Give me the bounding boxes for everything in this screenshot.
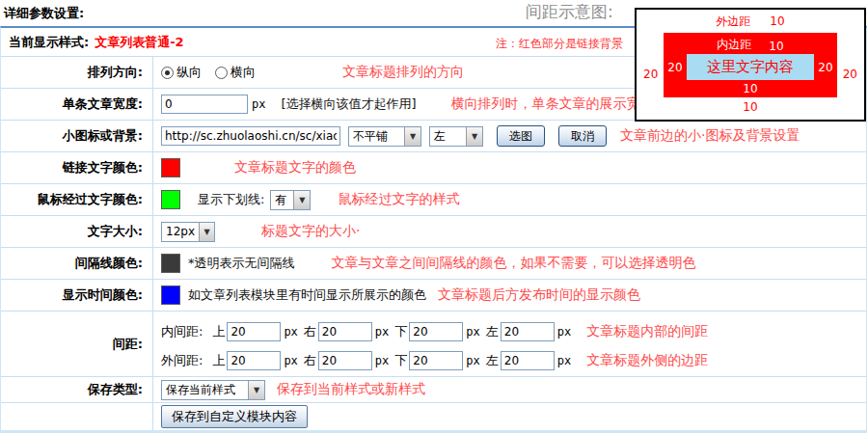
diagram-inner-padding-row: 内边距 10 xyxy=(664,33,837,54)
red-background-note: 注：红色部分是链接背景 xyxy=(496,36,623,52)
inner-padding-label: 内边距 xyxy=(717,37,751,53)
px-unit: px xyxy=(557,354,571,367)
row-hover-color: 鼠标经过文字颜色: 显示下划线: 有 ▼ 鼠标经过文字的样式 xyxy=(1,184,866,216)
save-type-select[interactable]: 保存当前样式 ▼ xyxy=(161,380,265,400)
diagram-link-background: 内边距 10 20 这里文字内容 20 10 xyxy=(664,33,837,97)
underline-label: 显示下划线: xyxy=(198,191,264,208)
font-size-value: 12px xyxy=(162,225,199,238)
px-unit: px xyxy=(375,354,389,367)
tile-mode-value: 不平铺 xyxy=(349,128,404,145)
page-title: 详细参数设置: xyxy=(4,5,84,22)
diagram-content-box: 这里文字内容 xyxy=(687,54,814,80)
row-save-type: 保存类型: 保存当前样式 ▼ 保存到当前样式或新样式 xyxy=(1,377,866,403)
link-color-label: 链接文字颜色: xyxy=(1,152,153,183)
divider-color-label: 间隔线颜色: xyxy=(1,248,153,279)
time-color-swatch[interactable] xyxy=(161,285,180,305)
margin-left-input[interactable] xyxy=(501,351,555,370)
padding-left-input[interactable] xyxy=(501,322,555,341)
item-width-hint: 横向排列时，单条文章的展示宽度 xyxy=(451,95,654,113)
font-size-select[interactable]: 12px ▼ xyxy=(161,222,215,242)
icon-align-value: 左 xyxy=(430,128,466,145)
row-icon-background: 小图标或背景: 不平铺 ▼ 左 ▼ 选图 取消 文章前边的小·图标及背景设置 xyxy=(1,121,866,152)
outer-margin-label: 外边距 xyxy=(716,14,750,30)
tile-mode-select[interactable]: 不平铺 ▼ xyxy=(348,126,421,147)
save-custom-module-button[interactable]: 保存到自定义模块内容 xyxy=(161,405,308,428)
margin-hint: 文章标题外侧的边距 xyxy=(586,352,708,369)
choose-image-button[interactable]: 选图 xyxy=(497,125,545,147)
chevron-down-icon: ▼ xyxy=(293,191,310,209)
padding-line: 内间距: 上 px 右 px 下 px 左 px 文章标题内部的间距 xyxy=(161,317,866,346)
item-width-note: [选择横向该值才起作用] xyxy=(281,95,416,113)
link-color-swatch[interactable] xyxy=(161,158,180,177)
px-unit: px xyxy=(466,325,479,339)
save-type-label: 保存类型: xyxy=(1,377,153,402)
font-size-label: 文字大小: xyxy=(1,216,153,247)
direction-label: 排列方向: xyxy=(1,57,153,88)
icon-background-label: 小图标或背景: xyxy=(1,121,153,151)
chevron-down-icon: ▼ xyxy=(199,223,214,241)
radio-horizontal-label[interactable]: 横向 xyxy=(231,64,256,81)
row-divider-color: 间隔线颜色: *透明表示无间隔线 文章与文章之间间隔线的颜色，如果不需要，可以选… xyxy=(1,248,866,280)
spacing-diagram: 外边距 10 20 20 内边距 10 20 这里文字内容 20 10 10 xyxy=(635,8,866,122)
divider-color-hint: 文章与文章之间间隔线的颜色，如果不需要，可以选择透明色 xyxy=(332,255,696,272)
px-unit: px xyxy=(557,325,571,339)
link-color-hint: 文章标题文字的颜色 xyxy=(234,159,356,176)
spacing-diagram-title: 间距示意图: xyxy=(526,1,613,23)
padding-right-dir: 右 xyxy=(304,323,316,340)
padding-top-input[interactable] xyxy=(227,322,281,341)
icon-align-select[interactable]: 左 ▼ xyxy=(429,126,483,147)
padding-bottom-input[interactable] xyxy=(409,322,463,341)
chevron-down-icon: ▼ xyxy=(404,127,420,146)
underline-value: 有 xyxy=(271,192,293,208)
px-unit: px xyxy=(466,354,479,367)
padding-hint: 文章标题内部的间距 xyxy=(586,323,708,340)
save-type-value: 保存当前样式 xyxy=(162,382,248,398)
outer-margin-bottom-value: 10 xyxy=(637,100,864,114)
padding-right-input[interactable] xyxy=(318,322,372,341)
save-type-hint: 保存到当前样式或新样式 xyxy=(277,381,425,398)
px-unit: px xyxy=(284,354,297,367)
divider-color-swatch[interactable] xyxy=(161,254,180,273)
row-save-button: 保存到自定义模块内容 xyxy=(1,403,866,430)
outer-margin-top-value: 10 xyxy=(770,14,784,28)
item-width-unit: px xyxy=(252,97,265,111)
margin-right-dir: 右 xyxy=(304,352,316,369)
cancel-button[interactable]: 取消 xyxy=(558,125,607,147)
radio-vertical[interactable] xyxy=(161,67,174,79)
padding-bottom-dir: 下 xyxy=(394,323,407,340)
icon-url-input[interactable] xyxy=(161,126,340,146)
margin-bottom-input[interactable] xyxy=(409,351,463,370)
item-width-input[interactable] xyxy=(161,95,248,114)
radio-horizontal[interactable] xyxy=(215,67,228,79)
spacing-label: 间距: xyxy=(1,312,153,376)
current-style-value: 文章列表普通-2 xyxy=(95,34,183,51)
time-color-hint: 文章标题后方发布时间的显示颜色 xyxy=(438,286,640,304)
row-link-color: 链接文字颜色: 文章标题文字的颜色 xyxy=(1,152,866,184)
margin-top-input[interactable] xyxy=(227,351,281,370)
hover-color-hint: 鼠标经过文字的样式 xyxy=(338,191,459,208)
save-button-spacer xyxy=(1,403,153,430)
diagram-outer-margin-row: 外边距 10 xyxy=(637,10,864,33)
px-unit: px xyxy=(375,325,389,339)
margin-top-dir: 上 xyxy=(212,352,225,369)
hover-color-swatch[interactable] xyxy=(161,190,180,209)
margin-right-input[interactable] xyxy=(318,351,372,370)
underline-select[interactable]: 有 ▼ xyxy=(270,190,311,210)
row-font-size: 文字大小: 12px ▼ 标题文字的大小· xyxy=(1,216,866,248)
inner-padding-top-value: 10 xyxy=(769,40,783,53)
time-color-label: 显示时间颜色: xyxy=(1,280,153,311)
font-size-hint: 标题文字的大小· xyxy=(261,223,360,240)
margin-bottom-dir: 下 xyxy=(394,352,407,369)
time-color-note: 如文章列表模块里有时间显示所展示的颜色 xyxy=(188,286,426,304)
diagram-middle-row: 20 这里文字内容 20 xyxy=(664,54,837,80)
chevron-down-icon: ▼ xyxy=(248,381,264,399)
row-time-color: 显示时间颜色: 如文章列表模块里有时间显示所展示的颜色 文章标题后方发布时间的显… xyxy=(1,280,866,312)
direction-hint: 文章标题排列的方向 xyxy=(342,64,464,81)
outer-margin-left-value: 20 xyxy=(643,68,658,81)
row-spacing: 间距: 内间距: 上 px 右 px 下 px 左 px 文章标题内部的间距 外… xyxy=(1,312,866,377)
radio-vertical-label[interactable]: 纵向 xyxy=(176,64,202,81)
chevron-down-icon: ▼ xyxy=(466,127,482,146)
px-unit: px xyxy=(284,325,297,339)
divider-color-note: *透明表示无间隔线 xyxy=(188,255,295,272)
outer-margin-right-value: 20 xyxy=(843,68,857,81)
